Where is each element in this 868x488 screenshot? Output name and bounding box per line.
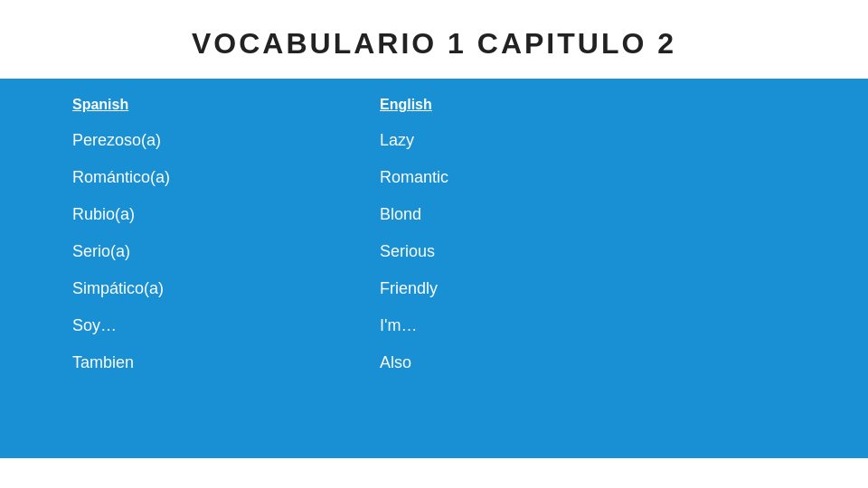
page-header: VOCABULARIO 1 CAPITULO 2 xyxy=(0,0,868,79)
spanish-column-header: Spanish xyxy=(72,97,380,113)
english-word: Also xyxy=(380,353,796,372)
english-word: I'm… xyxy=(380,316,796,335)
columns-header: Spanish English xyxy=(72,97,796,113)
spanish-word: Romántico(a) xyxy=(72,168,380,187)
spanish-word: Serio(a) xyxy=(72,242,380,261)
english-column-header: English xyxy=(380,97,796,113)
spanish-word: Rubio(a) xyxy=(72,205,380,224)
table-row: Perezoso(a)Lazy xyxy=(72,122,796,159)
spanish-word: Perezoso(a) xyxy=(72,131,380,150)
table-row: Simpático(a)Friendly xyxy=(72,270,796,307)
table-row: Soy…I'm… xyxy=(72,307,796,344)
english-word: Blond xyxy=(380,205,796,224)
table-row: Romántico(a)Romantic xyxy=(72,159,796,196)
table-row: TambienAlso xyxy=(72,344,796,381)
page-title: VOCABULARIO 1 CAPITULO 2 xyxy=(0,27,868,61)
content-area: Spanish English Perezoso(a)LazyRomántico… xyxy=(0,79,868,458)
spanish-word: Tambien xyxy=(72,353,380,372)
table-row: Serio(a)Serious xyxy=(72,233,796,270)
english-word: Lazy xyxy=(380,131,796,150)
english-word: Romantic xyxy=(380,168,796,187)
spanish-word: Soy… xyxy=(72,316,380,335)
spanish-word: Simpático(a) xyxy=(72,279,380,298)
table-row: Rubio(a)Blond xyxy=(72,196,796,233)
vocab-list: Perezoso(a)LazyRomántico(a)RomanticRubio… xyxy=(72,122,796,381)
english-word: Friendly xyxy=(380,279,796,298)
english-word: Serious xyxy=(380,242,796,261)
